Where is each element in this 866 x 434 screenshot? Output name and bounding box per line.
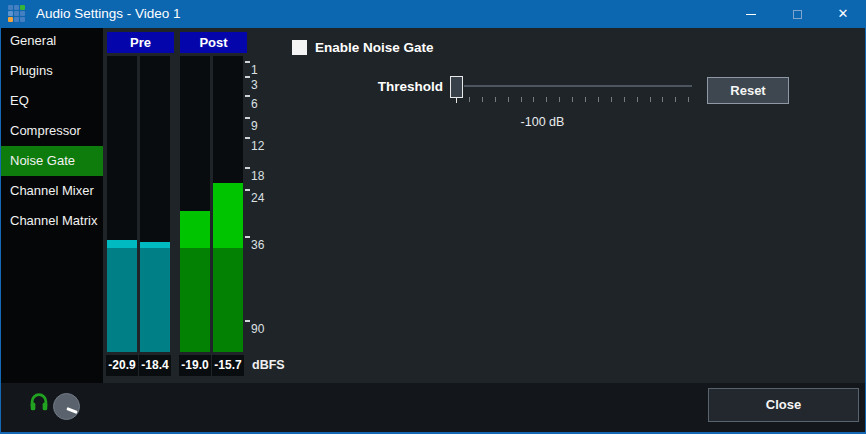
scale-label: 18 <box>251 169 264 183</box>
slider-tick <box>559 97 560 102</box>
sidebar-item-channel-mixer[interactable]: Channel Mixer <box>1 176 103 206</box>
minimize-icon <box>746 14 756 15</box>
meter-bar-post <box>180 56 210 352</box>
scale-label: 6 <box>251 97 258 111</box>
enable-noise-gate-label: Enable Noise Gate <box>315 40 434 56</box>
slider-tick <box>546 97 547 102</box>
footer-bar: Close <box>1 383 865 432</box>
slider-tick <box>611 97 612 102</box>
scale-tick <box>245 76 250 78</box>
slider-tick <box>598 97 599 102</box>
maximize-icon <box>793 10 802 19</box>
meter-value-post: -15.7 <box>212 355 244 376</box>
scale-label: 90 <box>251 322 264 336</box>
slider-tick <box>688 97 689 102</box>
scale-tick <box>245 117 250 119</box>
sidebar: GeneralPluginsEQCompressorNoise GateChan… <box>1 28 103 383</box>
audio-settings-window: Audio Settings - Video 1 ✕ GeneralPlugin… <box>0 0 866 434</box>
scale-tick <box>245 137 250 139</box>
meter-value-post: -19.0 <box>179 355 211 376</box>
sidebar-item-noise-gate[interactable]: Noise Gate <box>1 146 103 176</box>
meter-value-pre: -20.9 <box>106 355 138 376</box>
threshold-slider-track[interactable] <box>464 85 692 87</box>
meter-bar-pre <box>107 56 137 352</box>
scale-label: 24 <box>251 191 264 205</box>
scale-tick <box>245 61 250 63</box>
slider-tick <box>482 97 483 102</box>
sidebar-item-channel-matrix[interactable]: Channel Matrix <box>1 206 103 236</box>
scale-tick <box>245 95 250 97</box>
dbfs-unit-label: dBFS <box>252 355 285 376</box>
window-border-left <box>0 28 1 434</box>
scale-label: 36 <box>251 238 264 252</box>
window-title: Audio Settings - Video 1 <box>36 0 181 28</box>
threshold-slider-thumb[interactable] <box>450 76 463 98</box>
meter-bar-pre <box>140 56 170 352</box>
headphones-volume-knob[interactable] <box>53 393 80 420</box>
meter-bar-post <box>213 56 243 352</box>
scale-tick <box>245 167 250 169</box>
slider-tick <box>521 97 522 102</box>
minimize-button[interactable] <box>728 0 774 28</box>
close-window-button[interactable]: ✕ <box>820 0 866 28</box>
pre-meter-header: Pre <box>107 32 174 53</box>
sidebar-item-plugins[interactable]: Plugins <box>1 56 103 86</box>
slider-tick <box>662 97 663 102</box>
knob-needle-icon <box>66 407 77 413</box>
slider-tick <box>650 97 651 102</box>
slider-tick <box>675 97 676 102</box>
sidebar-item-compressor[interactable]: Compressor <box>1 116 103 146</box>
headphones-icon[interactable] <box>28 391 50 413</box>
slider-tick <box>456 97 457 103</box>
sidebar-item-general[interactable]: General <box>1 26 103 56</box>
slider-tick <box>508 97 509 102</box>
scale-label: 3 <box>251 78 258 92</box>
close-button[interactable]: Close <box>708 388 859 422</box>
scale-tick <box>245 320 250 322</box>
post-meter-header: Post <box>180 32 247 53</box>
slider-tick <box>495 97 496 102</box>
scale-label: 12 <box>251 139 264 153</box>
app-logo-icon <box>8 5 27 24</box>
slider-tick <box>572 97 573 102</box>
scale-label: 9 <box>251 119 258 133</box>
slider-tick <box>533 97 534 102</box>
scale-label: 1 <box>251 63 258 77</box>
threshold-value: -100 dB <box>455 115 630 129</box>
scale-tick <box>245 236 250 238</box>
slider-tick <box>624 97 625 102</box>
slider-tick <box>469 97 470 102</box>
enable-noise-gate-checkbox[interactable] <box>292 40 307 55</box>
titlebar: Audio Settings - Video 1 ✕ <box>0 0 866 28</box>
threshold-label: Threshold <box>330 79 443 95</box>
maximize-button[interactable] <box>774 0 820 28</box>
reset-button[interactable]: Reset <box>707 77 789 104</box>
meter-value-pre: -18.4 <box>139 355 171 376</box>
sidebar-item-eq[interactable]: EQ <box>1 86 103 116</box>
slider-tick <box>637 97 638 102</box>
slider-tick <box>585 97 586 102</box>
close-icon: ✕ <box>838 0 849 28</box>
scale-tick <box>245 189 250 191</box>
